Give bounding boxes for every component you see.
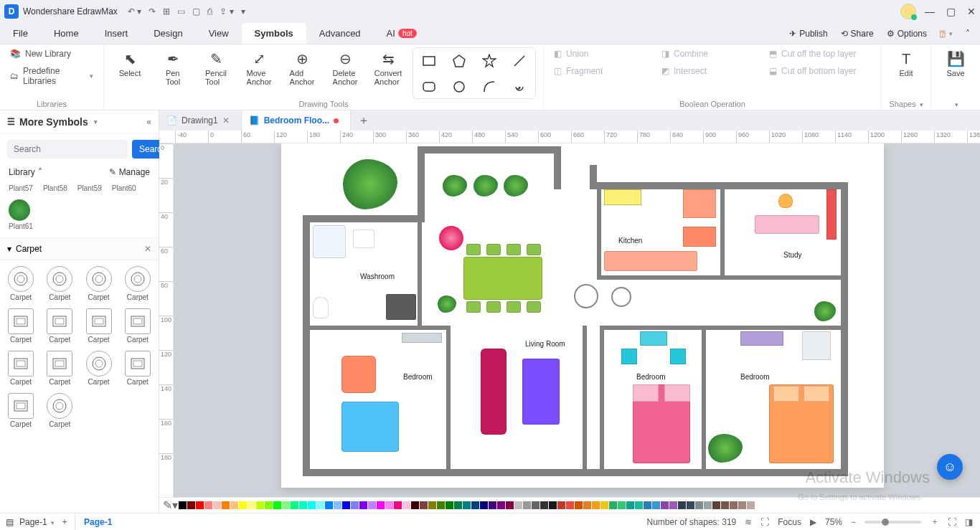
shape-rect[interactable] <box>418 51 440 71</box>
collapse-ribbon-icon[interactable]: ˄ <box>966 29 970 39</box>
color-swatch[interactable] <box>489 501 496 509</box>
color-swatch[interactable] <box>351 501 359 509</box>
carpet-item[interactable]: Carpet <box>120 308 156 344</box>
color-swatch[interactable] <box>687 501 694 509</box>
color-swatch[interactable] <box>609 501 617 509</box>
shape-roundrect[interactable] <box>418 77 440 97</box>
color-swatch[interactable] <box>738 501 746 509</box>
color-swatch[interactable] <box>471 501 479 509</box>
color-swatch[interactable] <box>626 501 634 509</box>
carpet-item[interactable]: Carpet <box>3 351 39 386</box>
undo-icon[interactable]: ↶ ▾ <box>128 6 141 16</box>
carpet-item[interactable]: Carpet <box>120 266 156 301</box>
layers-icon[interactable]: ≋ <box>745 517 752 527</box>
close-button[interactable]: ✕ <box>967 6 976 17</box>
new-tab-button[interactable]: ＋ <box>351 110 377 131</box>
color-swatch[interactable] <box>437 501 445 509</box>
color-swatch[interactable] <box>557 501 565 509</box>
convert-anchor-tool[interactable]: ⇆Convert Anchor <box>369 47 407 86</box>
color-swatch[interactable] <box>566 501 574 509</box>
shape-arc[interactable] <box>478 77 501 97</box>
color-swatch[interactable] <box>230 501 238 509</box>
zoom-slider[interactable] <box>864 521 922 524</box>
plant-thumbnail[interactable] <box>9 199 30 221</box>
carpet-item[interactable]: Carpet <box>3 393 39 428</box>
menu-insert[interactable]: Insert <box>92 23 141 44</box>
print-icon[interactable]: ⎙ <box>207 6 212 16</box>
presentation-icon[interactable]: ▶ <box>810 517 816 527</box>
new-icon[interactable]: ⊞ <box>163 6 170 16</box>
zoom-out-icon[interactable]: − <box>851 517 856 527</box>
zoom-in-icon[interactable]: ＋ <box>930 516 939 528</box>
carpet-item[interactable]: Carpet <box>120 351 156 386</box>
carpet-item[interactable]: Carpet <box>42 351 77 386</box>
carpet-item[interactable]: Carpet <box>42 393 77 428</box>
color-swatch[interactable] <box>704 501 712 509</box>
color-swatch[interactable] <box>402 501 410 509</box>
color-swatch[interactable] <box>592 501 600 509</box>
close-section-icon[interactable]: ✕ <box>144 244 151 254</box>
menu-advanced[interactable]: Advanced <box>306 23 374 44</box>
shape-pentagon[interactable] <box>448 51 471 71</box>
color-swatch[interactable] <box>497 501 505 509</box>
color-swatch[interactable] <box>342 501 350 509</box>
menu-file[interactable]: File <box>0 23 41 44</box>
plant-item[interactable]: Plant60 <box>112 184 136 192</box>
menu-design[interactable]: Design <box>141 23 195 44</box>
shape-circle[interactable] <box>448 77 471 97</box>
color-swatch[interactable] <box>480 501 488 509</box>
color-swatch[interactable] <box>669 501 677 509</box>
color-swatch[interactable] <box>187 501 195 509</box>
color-swatch[interactable] <box>523 501 531 509</box>
menu-ai[interactable]: AIhot <box>374 23 430 44</box>
color-swatch[interactable] <box>204 501 212 509</box>
color-swatch[interactable] <box>712 501 720 509</box>
search-input[interactable] <box>7 140 128 158</box>
plant-item[interactable]: Plant58 <box>43 184 67 192</box>
menu-symbols[interactable]: Symbols <box>242 23 306 44</box>
color-swatch[interactable] <box>652 501 660 509</box>
help-bubble[interactable]: ☺ <box>937 454 963 480</box>
color-swatch[interactable] <box>747 501 755 509</box>
carpet-item[interactable]: Carpet <box>42 266 77 301</box>
color-swatch[interactable] <box>446 501 453 509</box>
carpet-item[interactable]: Carpet <box>3 266 39 301</box>
collapse-panel-icon[interactable]: « <box>146 117 151 127</box>
color-swatch[interactable] <box>644 501 651 509</box>
maximize-button[interactable]: ▢ <box>946 6 956 17</box>
redo-icon[interactable]: ↷ <box>149 6 156 16</box>
doc-tab[interactable]: 📄 Drawing1 ✕ <box>159 110 242 131</box>
chevron-up-icon[interactable]: ˄ <box>38 167 42 177</box>
combine-button[interactable]: ◨ Combine <box>659 47 766 60</box>
color-swatch[interactable] <box>299 501 307 509</box>
export-icon[interactable]: ⇪ ▾ <box>220 6 233 16</box>
color-swatch[interactable] <box>695 501 703 509</box>
doc-tab[interactable]: 📘 Bedroom Floo... <box>242 110 351 131</box>
carpet-item[interactable]: Carpet <box>81 351 117 386</box>
carpet-item[interactable]: Carpet <box>81 308 117 344</box>
page-selector[interactable]: Page-1 ▾ <box>19 517 55 527</box>
color-swatch[interactable] <box>273 501 281 509</box>
color-swatch[interactable] <box>316 501 324 509</box>
cut-top-button[interactable]: ⬒ Cut off the top layer <box>766 47 874 60</box>
shape-spiral[interactable] <box>508 77 531 97</box>
section-header[interactable]: ▾ Carpet ✕ <box>0 237 159 260</box>
color-swatch[interactable] <box>420 501 428 509</box>
cut-bottom-button[interactable]: ⬓ Cut off bottom layer <box>766 65 874 77</box>
notifications-icon[interactable]: ⍰▾ <box>940 29 953 39</box>
page-tab[interactable]: Page-1 <box>75 517 121 527</box>
panel-toggle-icon[interactable]: ◨ <box>965 517 973 527</box>
share-button[interactable]: ⟲ Share <box>841 29 874 39</box>
carpet-item[interactable]: Carpet <box>81 266 117 301</box>
union-button[interactable]: ◧ Union <box>551 47 659 60</box>
predefine-libraries-button[interactable]: 🗂 Predefine Libraries▾ <box>7 65 96 87</box>
color-swatch[interactable] <box>428 501 436 509</box>
color-swatch[interactable] <box>575 501 583 509</box>
color-swatch[interactable] <box>385 501 393 509</box>
fit-icon[interactable]: ⛶ <box>760 517 769 527</box>
zoom-level[interactable]: 75% <box>825 517 842 527</box>
color-swatch[interactable] <box>359 501 367 509</box>
color-swatch[interactable] <box>600 501 608 509</box>
select-tool[interactable]: ⬉Select <box>111 47 149 77</box>
fragment-button[interactable]: ◫ Fragment <box>551 65 659 77</box>
